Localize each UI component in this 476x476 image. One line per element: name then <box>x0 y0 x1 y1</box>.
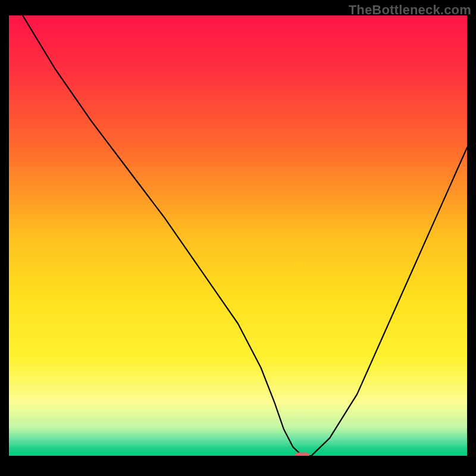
plot-area <box>9 15 467 456</box>
optimal-marker <box>295 453 310 456</box>
watermark-text: TheBottleneck.com <box>349 2 471 18</box>
chart-container: TheBottleneck.com <box>0 0 476 476</box>
gradient-background <box>9 15 467 456</box>
chart-svg <box>9 15 467 456</box>
